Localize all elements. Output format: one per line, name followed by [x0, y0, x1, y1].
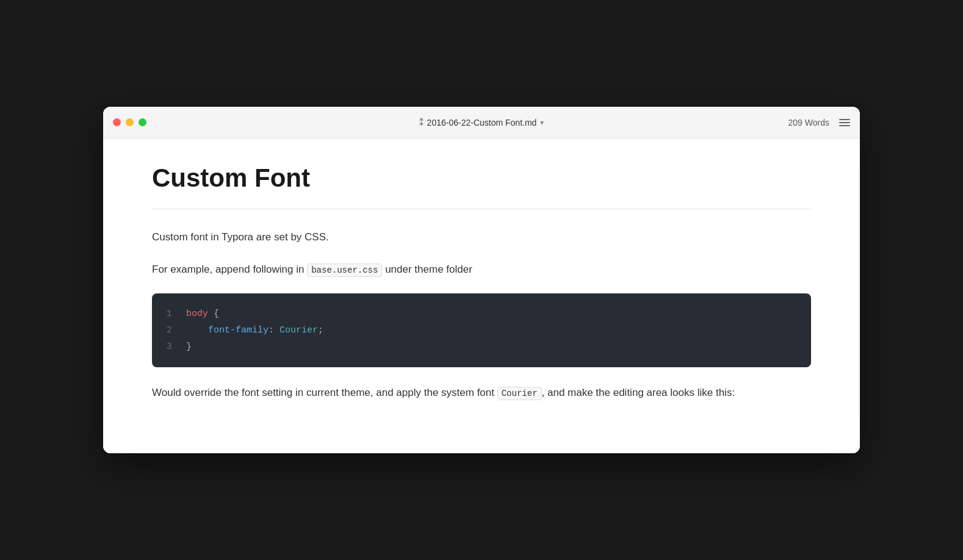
filename: 2016-06-22-Custom Font.md	[427, 118, 537, 127]
titlebar-center: ⁑ 2016-06-22-Custom Font.md ▾	[419, 118, 544, 127]
paragraph-2-post: under theme folder	[382, 264, 472, 275]
document-heading: Custom Font	[152, 163, 811, 193]
dropdown-chevron-icon[interactable]: ▾	[540, 118, 544, 127]
outline-icon-line1	[839, 119, 850, 120]
titlebar: ⁑ 2016-06-22-Custom Font.md ▾ 209 Words	[103, 107, 860, 138]
outline-icon-line2	[839, 122, 850, 123]
paragraph-1-text: Custom font in Typora are set by CSS.	[152, 231, 329, 243]
code-value-courier: Courier	[280, 325, 318, 336]
code-block: 1 body { 2 font-family: Courier; 3 }	[152, 293, 811, 367]
file-icon: ⁑	[419, 118, 424, 127]
code-line-1: 1 body {	[167, 306, 796, 322]
code-brace-open: {	[214, 309, 219, 319]
code-line-2: 2 font-family: Courier;	[167, 322, 796, 339]
paragraph-2: For example, append following in base.us…	[152, 261, 811, 279]
paragraph-3: Would override the font setting in curre…	[152, 384, 811, 402]
paragraph-3-pre: Would override the font setting in curre…	[152, 387, 497, 398]
inline-code-base-user-css: base.user.css	[307, 264, 382, 277]
code-line-3: 3 }	[167, 339, 796, 355]
code-keyword-body: body	[186, 309, 208, 319]
close-button[interactable]	[113, 118, 121, 126]
maximize-button[interactable]	[139, 118, 146, 126]
code-text-1: body {	[186, 306, 219, 322]
paragraph-2-pre: For example, append following in	[152, 264, 307, 275]
outline-icon-line3	[839, 125, 850, 126]
traffic-lights	[113, 118, 146, 126]
code-text-2: font-family: Courier;	[186, 322, 323, 339]
code-semicolon: ;	[318, 325, 323, 336]
word-count: 209 Words	[788, 118, 829, 127]
line-number-2: 2	[167, 323, 174, 338]
code-property-font-family: font-family	[208, 325, 269, 336]
titlebar-right: 209 Words	[788, 118, 850, 127]
minimize-button[interactable]	[126, 118, 134, 126]
line-number-1: 1	[167, 306, 174, 321]
app-window: ⁑ 2016-06-22-Custom Font.md ▾ 209 Words …	[103, 107, 860, 453]
code-text-3: }	[186, 339, 192, 355]
paragraph-1: Custom font in Typora are set by CSS.	[152, 229, 811, 246]
code-colon: :	[269, 325, 280, 336]
outline-button[interactable]	[839, 119, 850, 126]
inline-code-courier: Courier	[497, 387, 542, 400]
code-brace-close: }	[186, 342, 192, 352]
line-number-3: 3	[167, 339, 174, 354]
document-content: Custom Font Custom font in Typora are se…	[103, 138, 860, 453]
paragraph-3-post: , and make the editing area looks like t…	[542, 387, 735, 398]
heading-divider	[152, 209, 811, 209]
